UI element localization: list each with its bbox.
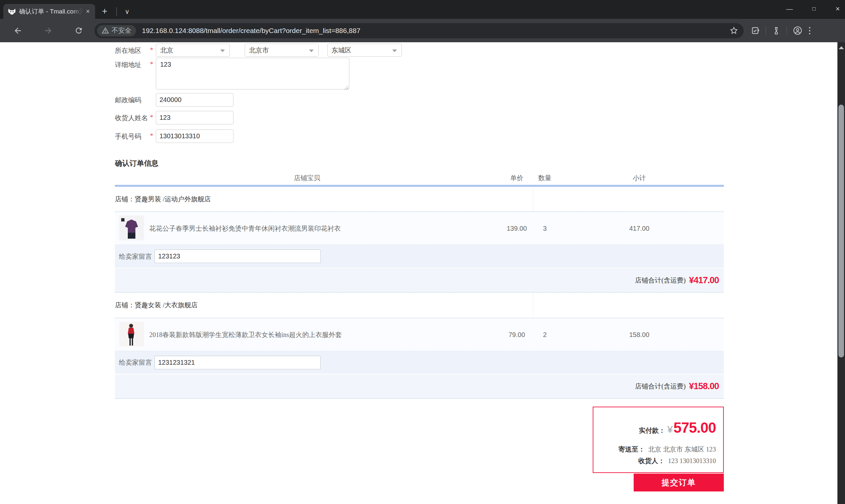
receiver-value: 123 13013013310 xyxy=(668,457,716,465)
chevron-down-icon xyxy=(309,50,314,52)
seller-message-row: 给卖家留言： xyxy=(115,351,724,374)
city-value: 北京市 xyxy=(249,47,269,54)
receiver-name-input[interactable] xyxy=(156,111,233,124)
seller-message-label: 给卖家留言： xyxy=(119,358,158,367)
zip-label: 邮政编码 xyxy=(115,93,150,105)
address-row: 详细地址 * 123 xyxy=(115,58,349,91)
tab-bar: 确认订单 - Tmall.com天猫-理想 × + ∨ — □ × xyxy=(0,0,845,19)
product-image xyxy=(119,216,144,240)
phone-input[interactable] xyxy=(156,129,233,143)
seller-message-label: 给卖家留言： xyxy=(119,252,158,261)
province-select[interactable]: 北京 xyxy=(156,43,230,57)
payable-amount: 575.00 xyxy=(673,420,716,435)
receiver-label: 收货人： xyxy=(638,456,665,465)
url-text: 192.168.0.124:8088/tmall/order/create/by… xyxy=(142,27,729,35)
district-select[interactable]: 东城区 xyxy=(327,43,402,57)
required-asterisk: * xyxy=(150,129,156,140)
required-asterisk: * xyxy=(150,43,156,54)
district-value: 东城区 xyxy=(332,47,351,54)
column-qty: 数量 xyxy=(538,174,551,182)
seller-message-row: 给卖家留言： xyxy=(115,245,724,268)
back-arrow-icon xyxy=(13,26,22,35)
security-chip[interactable]: 不安全 xyxy=(97,25,136,36)
store-total-row: 店铺合计(含运费) ¥417.00 xyxy=(115,268,724,292)
required-asterisk: * xyxy=(150,58,156,68)
phone-row: 手机号码 * xyxy=(115,129,233,143)
product-title: 2018春装新款韩版潮学生宽松薄款卫衣女长袖ins超火的上衣服外套 xyxy=(149,330,342,339)
labs-flask-icon xyxy=(772,26,780,35)
region-row: 所在地区 * 北京 北京市 东城区 xyxy=(115,43,402,57)
store-total-price: ¥417.00 xyxy=(689,275,719,286)
store-name: 店铺： 贤趣男装 /运动户外旗舰店 xyxy=(115,187,724,212)
order-section-title: 确认订单信息 xyxy=(115,158,158,168)
address-label: 详细地址 xyxy=(115,58,150,69)
tab-bar-divider xyxy=(116,7,117,16)
order-table-header: 店铺宝贝 单价 数量 小计 xyxy=(115,174,724,185)
region-label: 所在地区 xyxy=(115,43,150,55)
payable-label: 实付款： xyxy=(639,426,665,435)
toolbar-divider xyxy=(766,26,766,35)
browser-toolbar: 不安全 192.168.0.124:8088/tmall/order/creat… xyxy=(0,19,845,42)
submit-order-button[interactable]: 提交订单 xyxy=(634,474,724,491)
page-content: 所在地区 * 北京 北京市 东城区 详细地址 * xyxy=(0,42,838,504)
receiver-name-label: 收货人姓名 xyxy=(115,111,150,123)
forward-arrow-icon xyxy=(43,26,53,35)
back-button[interactable] xyxy=(11,23,25,38)
scrollbar-track[interactable] xyxy=(838,42,845,504)
store-total-price: ¥158.00 xyxy=(689,381,719,392)
address-textarea[interactable]: 123 xyxy=(156,58,349,89)
product-price: 79.00 xyxy=(509,331,525,338)
seller-message-input[interactable] xyxy=(155,356,321,369)
province-value: 北京 xyxy=(160,47,173,54)
product-subtotal: 158.00 xyxy=(629,331,649,338)
store-name: 店铺： 贤趣女装 /大衣旗舰店 xyxy=(115,292,724,318)
tab-title: 确认订单 - Tmall.com天猫-理想 xyxy=(19,7,84,16)
reload-icon xyxy=(74,26,83,35)
required-asterisk: * xyxy=(150,111,156,121)
store-total-label: 店铺合计(含运费) xyxy=(635,382,686,391)
store-name-text: 贤趣女装 /大衣旗舰店 xyxy=(135,301,198,310)
payable-line: 实付款： ¥ 575.00 xyxy=(593,420,716,435)
toolbar-divider xyxy=(787,26,787,35)
ship-to-label: 寄送至： xyxy=(618,445,645,454)
store-name-text: 贤趣男装 /运动户外旗舰店 xyxy=(135,195,211,204)
forward-button[interactable] xyxy=(41,23,55,38)
profile-button[interactable] xyxy=(793,26,803,35)
ship-to-value: 北京 北京市 东城区 123 xyxy=(648,445,716,454)
browser-tab[interactable]: 确认订单 - Tmall.com天猫-理想 × xyxy=(3,4,95,19)
labs-button[interactable] xyxy=(772,26,780,35)
window-maximize-button[interactable]: □ xyxy=(806,0,822,19)
product-qty: 2 xyxy=(543,331,546,338)
resize-grip-icon[interactable] xyxy=(344,85,348,90)
tab-close-icon[interactable]: × xyxy=(84,7,92,15)
ship-to-line: 寄送至： 北京 北京市 东城区 123 xyxy=(593,445,716,454)
window-close-button[interactable]: × xyxy=(830,0,845,19)
browser-window: 确认订单 - Tmall.com天猫-理想 × + ∨ — □ × xyxy=(0,0,845,504)
window-minimize-button[interactable]: — xyxy=(782,0,797,19)
menu-kebab-icon[interactable] xyxy=(809,27,810,34)
extensions-button[interactable] xyxy=(751,26,760,35)
extensions-icon xyxy=(751,26,760,35)
city-select[interactable]: 北京市 xyxy=(245,43,319,57)
security-label: 不安全 xyxy=(111,26,131,35)
column-product: 店铺宝贝 xyxy=(294,174,320,182)
seller-message-input[interactable] xyxy=(155,250,321,263)
tab-search-chevron-icon[interactable]: ∨ xyxy=(122,6,133,17)
store-total-label: 店铺合计(含运费) xyxy=(635,276,686,285)
chevron-down-icon xyxy=(392,50,397,52)
new-tab-button[interactable]: + xyxy=(99,6,110,17)
product-image xyxy=(119,322,144,346)
zip-input[interactable] xyxy=(156,93,233,107)
product-title: 花花公子春季男士长袖衬衫免烫中青年休闲衬衣潮流男装印花衬衣 xyxy=(149,224,341,233)
bookmark-star-icon[interactable] xyxy=(729,26,738,35)
scrollbar-up-arrow-icon[interactable] xyxy=(839,46,844,49)
product-row: 花花公子春季男士长袖衬衫免烫中青年休闲衬衣潮流男装印花衬衣 139.00 3 4… xyxy=(115,212,724,245)
receiver-name-row: 收货人姓名 * xyxy=(115,111,233,124)
reload-button[interactable] xyxy=(71,23,86,38)
column-price: 单价 xyxy=(510,174,523,182)
address-bar[interactable]: 不安全 192.168.0.124:8088/tmall/order/creat… xyxy=(94,23,744,38)
tmall-favicon-icon xyxy=(8,7,16,16)
scrollbar-thumb[interactable] xyxy=(839,105,844,358)
currency-symbol: ¥ xyxy=(667,424,673,435)
product-price: 139.00 xyxy=(507,224,527,232)
